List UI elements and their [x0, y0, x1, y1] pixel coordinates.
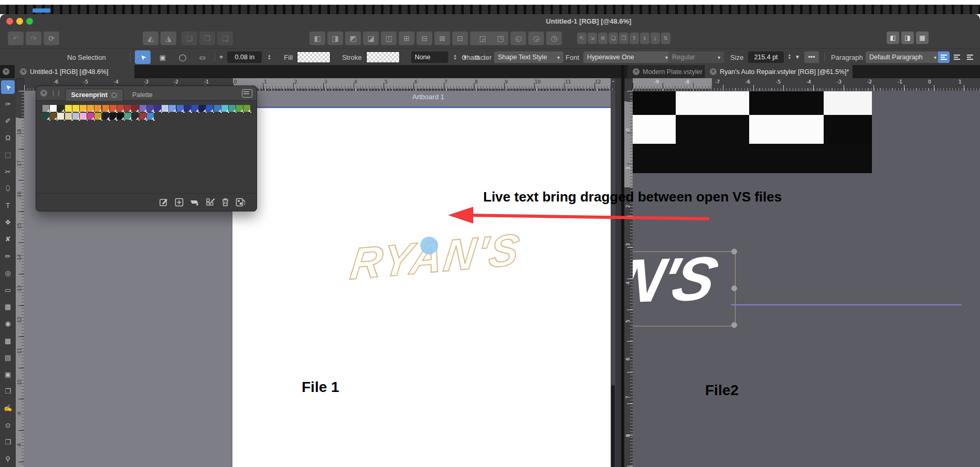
flatten-button[interactable]: ◷	[546, 31, 562, 45]
canvas-right-document[interactable]: N'S	[633, 91, 980, 467]
clone-tool[interactable]: ❐	[1, 385, 15, 398]
gradient-tool[interactable]: ◉	[1, 317, 15, 331]
outline-button[interactable]: ⊡	[452, 31, 468, 45]
color-swatch[interactable]	[221, 105, 228, 112]
scrollbar-thumb[interactable]	[611, 385, 615, 467]
font-weight-dropdown[interactable]: Regular▾	[668, 51, 724, 63]
close-window-button[interactable]	[6, 18, 13, 25]
knife-tool[interactable]: ✂	[1, 165, 15, 178]
intersect-button[interactable]: ◩	[345, 31, 361, 45]
clip-button[interactable]: ◵	[510, 31, 526, 45]
close-panel-icon[interactable]: ✕	[40, 90, 47, 97]
brush-tool[interactable]: ✐	[1, 114, 15, 128]
warp-tool[interactable]: ▩	[1, 334, 15, 347]
size-presets-caret-icon[interactable]: ▼	[795, 54, 800, 60]
color-swatch[interactable]	[140, 105, 146, 112]
align-center-button[interactable]	[951, 51, 963, 63]
tab-palette[interactable]: Palette	[127, 89, 158, 101]
rotate-view-tool[interactable]: ⊙	[1, 418, 15, 432]
color-swatch[interactable]	[162, 105, 168, 112]
pattern-tool[interactable]: ▦	[1, 300, 15, 314]
add-swatch-icon[interactable]	[175, 198, 184, 207]
color-swatch[interactable]	[154, 105, 161, 112]
panel-drag-grip-icon[interactable]: ❘❘	[51, 90, 61, 97]
vertical-ruler-left-doc[interactable]: -18-17-16-15-14-13-12-11-10-9-8	[16, 91, 25, 467]
color-swatch[interactable]	[57, 105, 64, 112]
send-to-back-button[interactable]: ⇓	[640, 33, 649, 44]
ruler-corner[interactable]	[624, 78, 633, 91]
swap-order-button[interactable]: ⇅	[661, 33, 670, 44]
eraser-tool[interactable]: ✘	[1, 232, 15, 246]
offset-stepper[interactable]: ▲▼	[266, 54, 272, 60]
close-tab-icon[interactable]: ✕	[20, 68, 27, 75]
symbol-tool[interactable]: ▣	[1, 367, 15, 381]
color-swatch[interactable]	[243, 105, 250, 112]
subtract-button[interactable]: ◨	[327, 31, 343, 45]
twirl-tool[interactable]: ◎	[1, 266, 15, 280]
flip-vertical-button[interactable]: ◭	[143, 31, 158, 45]
select-tool[interactable]: ➤	[1, 80, 15, 94]
color-swatch[interactable]	[80, 113, 87, 120]
color-swatch[interactable]	[94, 113, 101, 120]
toggle-right-panel-button[interactable]: ◨	[901, 31, 914, 44]
direct-select-button[interactable]: ▣	[155, 50, 171, 64]
send-backward-button[interactable]: ❐	[619, 33, 629, 44]
swatch-library-icon[interactable]	[236, 198, 245, 207]
mask-button[interactable]: ◳	[493, 31, 508, 45]
arrange-swatches-icon[interactable]	[206, 198, 215, 207]
color-swatch[interactable]	[72, 113, 79, 120]
group-button[interactable]: ❏	[182, 31, 197, 45]
toggle-panels-button[interactable]: ▦	[916, 31, 929, 44]
divide-button[interactable]: ◫	[381, 31, 397, 45]
color-swatch[interactable]	[147, 105, 154, 112]
size-field[interactable]: 215.4 pt	[748, 51, 784, 63]
artboard-tool[interactable]: ❒	[1, 435, 15, 449]
redo-button[interactable]: ↷	[26, 31, 41, 45]
magnet-snap-tool[interactable]: Ω	[1, 131, 15, 145]
color-swatch[interactable]	[214, 105, 221, 112]
ellipse-tool[interactable]: ⬯	[1, 182, 15, 195]
delete-swatch-icon[interactable]	[221, 198, 229, 207]
blend-button[interactable]: ◲	[475, 31, 491, 45]
marquee-tool[interactable]: ⬚	[1, 148, 15, 162]
color-swatch[interactable]	[229, 105, 236, 112]
bring-to-front-button[interactable]: ⇑	[630, 33, 639, 44]
color-swatch[interactable]	[94, 105, 101, 112]
zoom-window-button[interactable]	[26, 18, 33, 25]
color-swatch[interactable]	[236, 105, 243, 112]
stroke-style-dropdown[interactable]: None	[411, 51, 448, 63]
selection-handle-bottom-right[interactable]	[731, 322, 737, 328]
tab-screenprint[interactable]: Screenprint ✕	[65, 89, 123, 101]
trim-button[interactable]: ⊟	[417, 31, 432, 45]
frame-select-button[interactable]: ▭	[195, 50, 210, 64]
place-out-button[interactable]: ⇲	[588, 33, 597, 44]
close-tab-icon[interactable]: ✕	[710, 68, 717, 75]
tab-untitled-1[interactable]: ✕ Untitled-1 [RGB] [@48.6%]	[15, 65, 134, 78]
rotate-object-button[interactable]: ❐	[199, 31, 215, 45]
color-swatch[interactable]	[124, 105, 131, 112]
lasso-select-button[interactable]: ◯	[175, 50, 190, 64]
width-tool[interactable]: ✏	[1, 249, 15, 263]
color-swatch[interactable]	[50, 105, 57, 112]
color-swatch[interactable]	[42, 105, 49, 112]
tab-modern-plate[interactable]: ✕ Modern Plate.vstyler [CMYK] [@	[627, 65, 704, 78]
color-swatch[interactable]	[72, 105, 79, 112]
selection-handle-top-right[interactable]	[731, 249, 737, 254]
horizontal-ruler-right-doc[interactable]: -9-8-7-6-5-4-3-2-101	[633, 78, 980, 91]
paragraph-style-dropdown[interactable]: Default Paragraph▾	[866, 51, 940, 63]
close-tab-icon[interactable]: ✕	[633, 68, 640, 75]
color-swatch[interactable]	[65, 113, 72, 120]
exclude-button[interactable]: ◪	[363, 31, 379, 45]
color-swatch[interactable]	[117, 105, 124, 112]
artboard[interactable]	[232, 107, 611, 467]
color-swatch[interactable]	[65, 105, 72, 112]
color-swatch[interactable]	[42, 113, 49, 120]
undo-button[interactable]: ↶	[8, 31, 24, 45]
align-left-button[interactable]	[938, 51, 950, 63]
select-arrow-button[interactable]: ➤	[135, 50, 151, 64]
union-button[interactable]: ◧	[310, 31, 325, 45]
color-swatch[interactable]	[177, 105, 184, 112]
color-swatch[interactable]	[57, 113, 64, 120]
selection-handle-mid-right[interactable]	[731, 285, 737, 291]
bring-forward-button[interactable]: ❏	[609, 33, 618, 44]
